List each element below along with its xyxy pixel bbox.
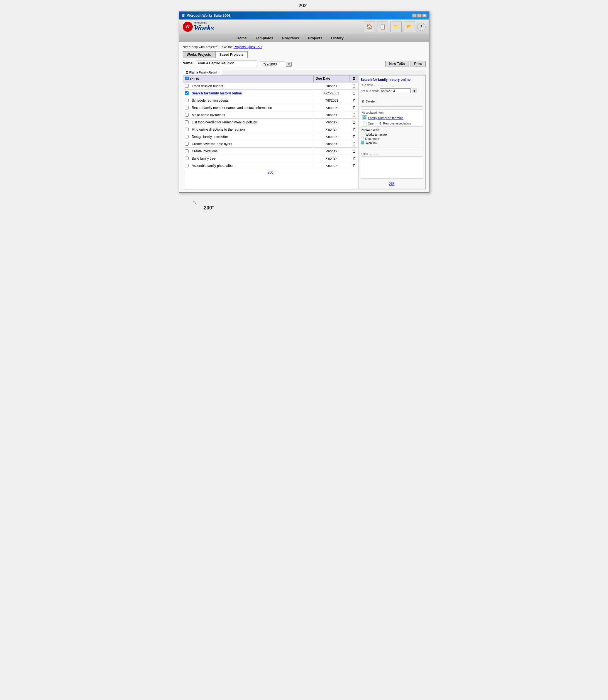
delete-button[interactable]: 🗓 Delete	[361, 99, 423, 103]
todo-cal-7[interactable]: 🗓	[350, 127, 358, 132]
todo-row: Track reunion budget <none> 🗓	[183, 82, 358, 90]
todo-check-4[interactable]	[183, 105, 191, 110]
right-bottom-link[interactable]: 266	[361, 181, 423, 187]
todo-check-12[interactable]	[183, 163, 191, 168]
todo-text-10[interactable]: Create invitations	[191, 149, 314, 154]
toolbar-programs-icon[interactable]: 📁	[391, 21, 402, 32]
todo-cal-3[interactable]: 🗓	[350, 98, 358, 103]
add-todo-link[interactable]: 250	[183, 169, 358, 175]
todo-text-9[interactable]: Create save-the-date flyers	[191, 141, 314, 147]
toolbar-projects-icon[interactable]: 📂	[404, 21, 415, 32]
assoc-item-link[interactable]: Family history on the Web	[368, 116, 403, 119]
todo-cal-5[interactable]: 🗓	[350, 112, 358, 118]
plan-family-reunion-tab[interactable]: 🖼 Plan a Family Reuni...	[183, 70, 223, 75]
project-name-input[interactable]	[196, 60, 257, 66]
minimize-button[interactable]: –	[412, 14, 417, 18]
new-todo-button[interactable]: New ToDo	[385, 61, 409, 67]
notes-textarea[interactable]	[361, 156, 423, 178]
toolbar-home-icon[interactable]: 🏠	[364, 21, 375, 32]
todo-text-5[interactable]: Make photo invitations	[191, 113, 314, 117]
todo-row: Create invitations <none> 🗓	[183, 148, 358, 155]
date-input[interactable]	[260, 61, 285, 67]
todo-text-8[interactable]: Design family newsletter	[191, 134, 314, 139]
todo-cal-10[interactable]: 🗓	[350, 149, 358, 154]
works-template-icon: 📄	[361, 133, 365, 136]
select-all-checkbox[interactable]	[185, 77, 189, 80]
todo-text-11[interactable]: Build family tree	[191, 156, 314, 161]
assoc-item-icon: 🌐	[362, 115, 367, 120]
todo-due-3: 7/8/2003	[314, 98, 350, 103]
todo-text-2[interactable]: Search for family history online	[191, 91, 314, 96]
todo-due-6: <none>	[314, 120, 350, 125]
todo-check-10[interactable]	[183, 149, 191, 153]
nav-home[interactable]: Home	[235, 35, 248, 41]
project-name-row: Name:	[183, 60, 258, 66]
todo-due-12: <none>	[314, 163, 350, 168]
nav-projects[interactable]: Projects	[306, 35, 324, 41]
print-button[interactable]: Print	[411, 61, 425, 67]
quick-tour-link[interactable]: Projects Quick Tour	[234, 45, 262, 49]
replace-option-works[interactable]: 📄 Works template	[361, 133, 423, 136]
tab-saved-projects[interactable]: Saved Projects	[215, 51, 248, 58]
todo-check-5[interactable]	[183, 113, 191, 117]
todo-row: Record family member names and contact i…	[183, 104, 358, 111]
todo-text-6[interactable]: List food needed for reunion meal or pot…	[191, 120, 314, 125]
todo-cal-12[interactable]: 🗓	[350, 163, 358, 169]
open-button[interactable]: 📄 Open	[362, 121, 377, 125]
set-due-date-input[interactable]	[380, 88, 411, 93]
todo-text-1[interactable]: Track reunion budget	[191, 83, 314, 89]
works-icon: 🖥	[182, 14, 185, 18]
todo-due-4: <none>	[314, 105, 350, 110]
todo-cal-4[interactable]: 🗓	[350, 105, 358, 111]
replace-label: Replace with:	[361, 128, 423, 132]
app-window: 🖥 Microsoft Works Suite 2004 – □ ✕ W Mic…	[179, 11, 430, 193]
todo-cal-1[interactable]: 🗓	[350, 83, 358, 89]
todo-row: Make photo invitations <none> 🗓	[183, 111, 358, 119]
todo-cal-6[interactable]: 🗓	[350, 119, 358, 125]
todo-cal-2[interactable]: 🗓	[350, 91, 358, 96]
todo-cal-9[interactable]: 🗓	[350, 141, 358, 147]
todo-row: Design family newsletter <none> 🗓	[183, 133, 358, 140]
todo-text-7[interactable]: Find online directions to the reunion	[191, 127, 314, 132]
works-label: Works	[194, 23, 214, 32]
main-panels: To Do Due Date 🗓 Track reunion budget <n…	[183, 75, 425, 189]
works-logo: W Microsoft® Works	[183, 21, 214, 32]
maximize-button[interactable]: □	[417, 14, 422, 18]
todo-due-7: <none>	[314, 127, 350, 132]
assoc-item: 🌐 Family history on the Web	[362, 115, 422, 120]
todo-check-2[interactable]	[183, 91, 191, 96]
associated-item-section: Associated item 🌐 Family history on the …	[361, 110, 423, 127]
tab-works-projects[interactable]: Works Projects	[183, 51, 215, 58]
todo-row: Build family tree <none> 🗓	[183, 155, 358, 162]
todo-check-6[interactable]	[183, 120, 191, 125]
todo-check-9[interactable]	[183, 141, 191, 146]
help-button[interactable]: ?	[417, 22, 425, 31]
document-radio[interactable]	[361, 137, 364, 140]
toolbar-templates-icon[interactable]: 📋	[377, 21, 388, 32]
todo-check-8[interactable]	[183, 134, 191, 139]
nav-history[interactable]: History	[329, 35, 345, 41]
todo-text-12[interactable]: Assemble family photo album	[191, 163, 314, 168]
todo-check-1[interactable]	[183, 83, 191, 88]
todo-check-3[interactable]	[183, 98, 191, 103]
document-label: Document	[365, 137, 379, 140]
todo-text-4[interactable]: Record family member names and contact i…	[191, 105, 314, 110]
due-date-dropdown-arrow[interactable]: ▼	[412, 89, 417, 93]
todo-text-3[interactable]: Schedule reunion events	[191, 98, 314, 103]
replace-option-weblink[interactable]: 🌐 Web link	[361, 141, 423, 145]
todo-cal-8[interactable]: 🗓	[350, 134, 358, 139]
nav-templates[interactable]: Templates	[254, 35, 275, 41]
todo-check-11[interactable]	[183, 156, 191, 161]
replace-option-document[interactable]: Document	[361, 137, 423, 140]
label-200: 200"	[204, 205, 215, 211]
todo-due-1: <none>	[314, 83, 350, 89]
nav-programs[interactable]: Programs	[281, 35, 301, 41]
close-button[interactable]: ✕	[422, 14, 427, 18]
todo-due-5: <none>	[314, 113, 350, 117]
remove-association-button[interactable]: 🗓 Remove association	[378, 121, 412, 125]
notes-section: Notes .............	[361, 151, 423, 179]
todo-due-2: 6/25/2003	[314, 91, 350, 96]
date-dropdown-arrow[interactable]: ▼	[286, 62, 291, 67]
todo-cal-11[interactable]: 🗓	[350, 156, 358, 161]
todo-check-7[interactable]	[183, 127, 191, 132]
